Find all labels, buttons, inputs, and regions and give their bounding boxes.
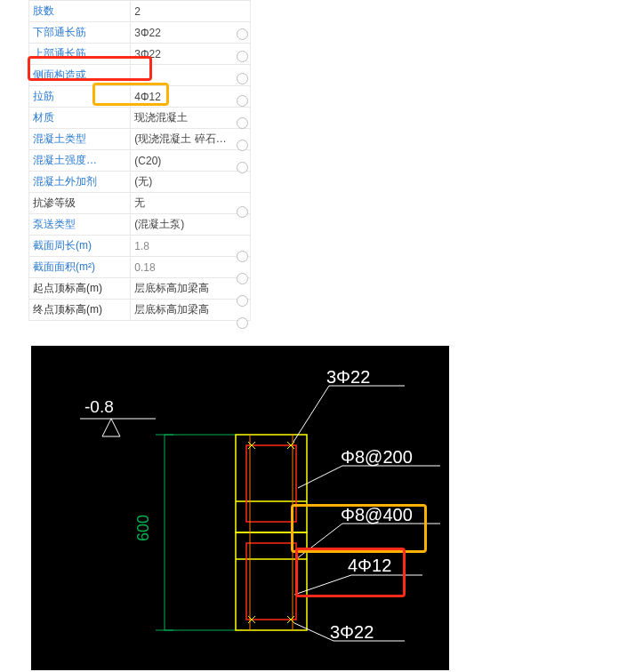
prop-label: 混凝土强度…	[29, 150, 131, 172]
radio-icon[interactable]	[237, 295, 248, 307]
table-row: 混凝土强度…(C20)	[29, 150, 251, 172]
prop-label: 终点顶标高(m)	[29, 300, 131, 321]
label-stirrup2: Φ8@400	[341, 505, 413, 524]
radio-icon[interactable]	[237, 273, 248, 284]
radio-icon[interactable]	[237, 140, 248, 151]
prop-label: 抗渗等级	[29, 193, 131, 214]
prop-label: 截面周长(m)	[29, 236, 131, 257]
table-row: 下部通长筋3Φ22	[29, 22, 251, 44]
radio-icon[interactable]	[237, 206, 248, 218]
prop-label: 混凝土外加剂	[29, 172, 131, 193]
table-row: 截面周长(m)1.8	[29, 236, 251, 257]
property-table: 肢数2下部通长筋3Φ22上部通长筋3Φ22侧面构造或拉筋4Φ12材质现浇混凝土混…	[28, 0, 251, 321]
table-row: 肢数2	[29, 1, 251, 22]
prop-value[interactable]: 3Φ22	[131, 22, 251, 44]
label-tie: 4Φ12	[348, 556, 391, 575]
prop-value[interactable]	[131, 65, 251, 86]
prop-value[interactable]: 无	[131, 193, 251, 214]
radio-icon[interactable]	[237, 51, 248, 62]
prop-value[interactable]: 4Φ12	[131, 86, 251, 108]
label-stirrup1: Φ8@200	[341, 447, 413, 467]
prop-value[interactable]: 3Φ22	[131, 44, 251, 65]
radio-icon[interactable]	[237, 117, 248, 129]
level-text: -0.8	[84, 397, 114, 416]
radio-icon[interactable]	[237, 251, 248, 262]
prop-label: 肢数	[29, 1, 131, 22]
table-row: 终点顶标高(m)层底标高加梁高	[29, 300, 251, 321]
prop-value[interactable]: 层底标高加梁高	[131, 278, 251, 300]
table-row: 泵送类型(混凝土泵)	[29, 214, 251, 236]
prop-label: 截面面积(m²)	[29, 257, 131, 278]
radio-icon[interactable]	[237, 73, 248, 84]
radio-icon[interactable]	[237, 317, 248, 329]
table-row: 上部通长筋3Φ22	[29, 44, 251, 65]
table-row: 混凝土类型(现浇混凝土 碎石…	[29, 129, 251, 150]
dim-600: 600	[134, 515, 152, 541]
table-row: 侧面构造或	[29, 65, 251, 86]
svg-rect-9	[246, 445, 296, 522]
table-row: 起点顶标高(m)层底标高加梁高	[29, 278, 251, 300]
prop-label: 下部通长筋	[29, 22, 131, 44]
table-row: 抗渗等级无	[29, 193, 251, 214]
table-row: 截面面积(m²)0.18	[29, 257, 251, 278]
prop-value[interactable]: 现浇混凝土	[131, 108, 251, 129]
radio-icon[interactable]	[237, 95, 248, 107]
prop-value[interactable]: 1.8	[131, 236, 251, 257]
prop-label: 上部通长筋	[29, 44, 131, 65]
table-row: 拉筋4Φ12	[29, 86, 251, 108]
label-bar-top: 3Φ22	[326, 367, 370, 387]
prop-value[interactable]: (无)	[131, 172, 251, 193]
radio-icon[interactable]	[237, 28, 248, 40]
prop-label: 泵送类型	[29, 214, 131, 236]
prop-value[interactable]: 0.18	[131, 257, 251, 278]
prop-label: 拉筋	[29, 86, 131, 108]
prop-value[interactable]: (现浇混凝土 碎石…	[131, 129, 251, 150]
prop-label: 侧面构造或	[29, 65, 131, 86]
table-row: 材质现浇混凝土	[29, 108, 251, 129]
prop-value[interactable]: (C20)	[131, 150, 251, 172]
cad-view: -0.8 600 3Φ22 Φ	[31, 346, 449, 670]
svg-rect-10	[246, 543, 296, 620]
prop-label: 混凝土类型	[29, 129, 131, 150]
prop-label: 起点顶标高(m)	[29, 278, 131, 300]
table-row: 混凝土外加剂(无)	[29, 172, 251, 193]
label-bar-bot: 3Φ22	[330, 622, 374, 642]
prop-value[interactable]: (混凝土泵)	[131, 214, 251, 236]
prop-value[interactable]: 2	[131, 1, 251, 22]
prop-value[interactable]: 层底标高加梁高	[131, 300, 251, 321]
radio-icon[interactable]	[237, 162, 248, 173]
prop-label: 材质	[29, 108, 131, 129]
